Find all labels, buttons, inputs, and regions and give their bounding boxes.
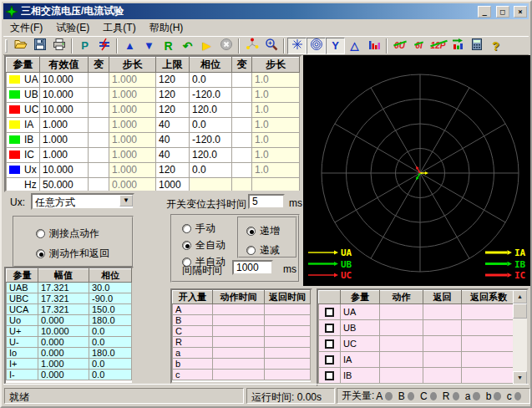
vector-node-button[interactable] bbox=[242, 38, 261, 54]
minimize-button[interactable]: _ bbox=[478, 6, 491, 18]
param-cell-limit[interactable]: 120 bbox=[156, 163, 190, 178]
param-cell-var1[interactable] bbox=[89, 148, 109, 163]
checkbox-cell[interactable] bbox=[319, 352, 341, 368]
radio-icon[interactable] bbox=[36, 229, 45, 238]
param-cell-var2[interactable] bbox=[232, 88, 252, 103]
param-cell-var2[interactable] bbox=[232, 133, 252, 148]
six-i-button[interactable]: 6I bbox=[409, 38, 428, 54]
param-cell-limit[interactable]: 120 bbox=[156, 103, 190, 118]
param-cell-var1[interactable] bbox=[89, 88, 109, 103]
checkbox-icon[interactable] bbox=[325, 371, 334, 380]
param-cell-var2[interactable] bbox=[232, 148, 252, 163]
six-u-button[interactable]: 6U bbox=[390, 38, 409, 54]
param-cell-var1[interactable] bbox=[89, 178, 109, 193]
start-button[interactable]: ▶ bbox=[197, 38, 216, 54]
measure-mode-option-0[interactable]: 测接点动作 bbox=[36, 227, 132, 241]
param-cell-phase[interactable]: 0.0 bbox=[190, 163, 232, 178]
param-cell-var1[interactable] bbox=[89, 103, 109, 118]
param-cell-rms[interactable]: 10.000 bbox=[40, 163, 89, 178]
radio-icon[interactable] bbox=[182, 224, 191, 233]
combo-dropdown-icon[interactable]: ▼ bbox=[119, 195, 133, 207]
checkbox-icon[interactable] bbox=[325, 339, 334, 349]
checkbox-icon[interactable] bbox=[325, 355, 334, 365]
param-cell-var2[interactable] bbox=[232, 73, 252, 88]
wye-button[interactable]: Y bbox=[326, 38, 345, 54]
menu-item-3[interactable]: 帮助(H) bbox=[143, 18, 190, 38]
radio-icon[interactable] bbox=[36, 249, 45, 258]
interval-input[interactable]: 1000 bbox=[232, 260, 273, 275]
reset-button[interactable]: R bbox=[159, 38, 178, 54]
step-direction-option-0[interactable]: 递增 bbox=[246, 224, 296, 238]
param-cell-var2[interactable] bbox=[232, 163, 252, 178]
param-cell-limit[interactable]: 40 bbox=[156, 118, 190, 133]
param-cell-limit[interactable]: 120 bbox=[156, 73, 190, 88]
menu-item-2[interactable]: 工具(T) bbox=[96, 18, 142, 38]
output-bars-button[interactable] bbox=[448, 38, 467, 54]
param-cell-phase[interactable]: 0.0 bbox=[190, 73, 232, 88]
delta-button[interactable]: △ bbox=[345, 38, 364, 54]
checkbox-cell[interactable] bbox=[319, 336, 341, 352]
radio-icon[interactable] bbox=[182, 241, 191, 250]
param-cell-phase[interactable]: 0.0 bbox=[190, 118, 232, 133]
stop-button[interactable] bbox=[216, 38, 236, 54]
param-cell-limit[interactable]: 40 bbox=[156, 148, 190, 163]
save-button[interactable] bbox=[30, 38, 49, 54]
zoom-button[interactable] bbox=[261, 38, 281, 54]
phasor-rays-button[interactable] bbox=[287, 38, 307, 54]
param-cell-rms[interactable]: 50.000 bbox=[40, 178, 89, 193]
checkbox-cell[interactable] bbox=[319, 304, 341, 320]
param-table[interactable]: 参量有效值变步长上限相位变步长 UA10.0001.0001200.01.0UB… bbox=[4, 55, 301, 192]
param-cell-var1[interactable] bbox=[89, 73, 109, 88]
param-cell-var2[interactable] bbox=[232, 118, 252, 133]
help-button[interactable]: ? bbox=[486, 38, 505, 54]
print-button[interactable] bbox=[49, 38, 68, 54]
measure-mode-option-1[interactable]: 测动作和返回 bbox=[36, 247, 132, 261]
scrollbar-thumb[interactable] bbox=[513, 303, 527, 319]
param-cell-phase[interactable]: 120.0 bbox=[190, 148, 232, 163]
param-cell-phase[interactable]: 120.0 bbox=[190, 103, 232, 118]
param-cell-var1[interactable] bbox=[89, 118, 109, 133]
scroll-down-icon[interactable]: ▼ bbox=[513, 371, 527, 385]
close-button[interactable]: × bbox=[514, 6, 527, 18]
step-direction-option-1[interactable]: 递减 bbox=[246, 243, 296, 258]
checkbox-cell[interactable] bbox=[319, 320, 341, 336]
param-cell-rms[interactable]: 10.000 bbox=[40, 73, 89, 88]
ux-mode-combobox[interactable]: 任意方式 ▼ bbox=[31, 193, 134, 210]
menu-item-0[interactable]: 文件(F) bbox=[3, 18, 49, 38]
debounce-input[interactable]: 5 bbox=[248, 194, 285, 209]
checkbox-cell[interactable] bbox=[319, 368, 341, 384]
radio-icon[interactable] bbox=[246, 227, 256, 236]
checkbox-icon[interactable] bbox=[325, 324, 334, 333]
radio-icon[interactable] bbox=[246, 246, 256, 255]
twelve-p-button[interactable]: 12P bbox=[428, 38, 448, 54]
param-cell-var2[interactable] bbox=[232, 103, 252, 118]
open-button[interactable] bbox=[11, 38, 30, 54]
run-mode-option-1[interactable]: 全自动 bbox=[182, 238, 225, 252]
param-cell-phase[interactable]: -120.0 bbox=[190, 88, 232, 103]
calculator-button[interactable] bbox=[467, 38, 486, 54]
bar-chart-button[interactable] bbox=[364, 38, 383, 54]
scroll-up-icon[interactable]: ▲ bbox=[513, 290, 527, 303]
param-cell-phase[interactable]: -120.0 bbox=[190, 133, 232, 148]
checkbox-icon[interactable] bbox=[325, 308, 334, 317]
param-cell-limit[interactable]: 1000 bbox=[156, 178, 190, 193]
param-cell-rms[interactable]: 1.000 bbox=[40, 148, 89, 163]
toolbar-grip[interactable] bbox=[5, 39, 8, 53]
phase-sequence-button[interactable] bbox=[94, 38, 114, 54]
param-cell-rms[interactable]: 10.000 bbox=[40, 103, 89, 118]
action-table-scrollbar[interactable]: ▲ ▼ bbox=[513, 290, 527, 385]
step-down-button[interactable]: ▼ bbox=[139, 38, 159, 54]
param-cell-limit[interactable]: 40 bbox=[156, 133, 190, 148]
param-cell-limit[interactable]: 120 bbox=[156, 88, 190, 103]
run-mode-option-0[interactable]: 手动 bbox=[182, 222, 225, 236]
step-up-button[interactable]: ▲ bbox=[120, 38, 139, 54]
param-cell-rms[interactable]: 10.000 bbox=[40, 88, 89, 103]
param-cell-rms[interactable]: 1.000 bbox=[40, 118, 89, 133]
undo-button[interactable]: ↶ bbox=[178, 38, 197, 54]
maximize-button[interactable]: □ bbox=[496, 6, 509, 18]
param-cell-rms[interactable]: 1.000 bbox=[40, 133, 89, 148]
param-cell-var1[interactable] bbox=[89, 133, 109, 148]
param-p-button[interactable]: P bbox=[75, 38, 94, 54]
menu-item-1[interactable]: 试验(E) bbox=[49, 18, 96, 38]
param-cell-var1[interactable] bbox=[89, 163, 109, 178]
